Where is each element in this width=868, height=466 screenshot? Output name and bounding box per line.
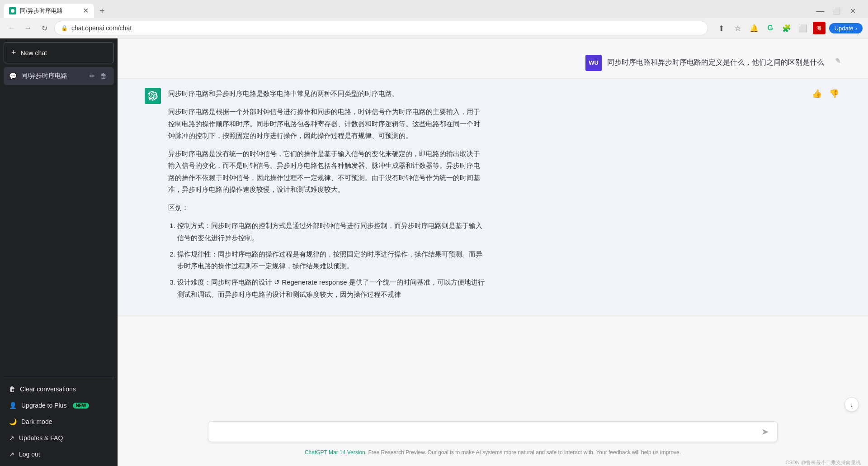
tab-favicon: [9, 7, 16, 14]
footer-text: ChatGPT Mar 14 Version. Free Research Pr…: [118, 447, 868, 459]
dark-mode-label: Dark mode: [21, 418, 52, 425]
assistant-actions: 👍 👎: [810, 88, 841, 100]
browser-sidebar-icon[interactable]: ⬜: [797, 22, 809, 34]
send-icon: ➤: [761, 427, 769, 437]
chat-bubble-icon: 💬: [9, 72, 17, 80]
lock-icon: 🔒: [61, 25, 68, 31]
bookmark-icon[interactable]: ☆: [731, 22, 744, 34]
user-icon: 👤: [9, 402, 17, 409]
user-message-content: WU 同步时序电路和异步时序电路的定义是什么，他们之间的区别是什么: [585, 55, 824, 71]
refresh-button[interactable]: ↻: [38, 22, 51, 34]
trash-icon: 🗑: [9, 385, 15, 393]
sync-description: 同步时序电路是根据一个外部时钟信号进行操作和同步的电路，时钟信号作为时序电路的主…: [168, 106, 485, 142]
delete-chat-button[interactable]: 🗑: [99, 71, 108, 81]
input-area: ➤: [118, 416, 868, 447]
new-chat-button[interactable]: + New chat: [4, 42, 114, 63]
diff-item-1: 控制方式：同步时序电路的控制方式是通过外部时钟信号进行同步控制，而异步时序电路则…: [177, 220, 485, 244]
scroll-down-icon: ↓: [850, 400, 854, 409]
update-button[interactable]: Update ›: [829, 23, 863, 33]
browser-actions: ⬆ ☆ 🔔 G 🧩 ⬜ 海 Update ›: [715, 22, 863, 34]
forward-button[interactable]: →: [22, 22, 34, 34]
translate-icon[interactable]: G: [764, 22, 777, 34]
extensions-icon[interactable]: 🧩: [780, 22, 793, 34]
new-badge: NEW: [73, 403, 89, 409]
user-question-text: 同步时序电路和异步时序电路的定义是什么，他们之间的区别是什么: [607, 55, 824, 68]
url-text: chat.openai.com/chat: [71, 24, 132, 32]
tab-bar: 同/异步时序电路 ✕ + — ⬜ ✕: [0, 0, 868, 18]
thumbs-up-button[interactable]: 👍: [810, 88, 824, 100]
user-message: WU 同步时序电路和异步时序电路的定义是什么，他们之间的区别是什么 ✎: [118, 48, 868, 78]
assistant-content: 同步时序电路和异步时序电路是数字电路中常见的两种不同类型的时序电路。 同步时序电…: [168, 88, 485, 307]
svg-point-0: [11, 9, 14, 13]
tab-close-button[interactable]: ✕: [83, 7, 89, 14]
clear-conversations-label: Clear conversations: [20, 385, 76, 393]
diff-title: 区别：: [168, 202, 485, 214]
user-avatar: WU: [585, 55, 602, 71]
minimize-button[interactable]: —: [814, 5, 826, 17]
chat-item-actions: ✏ 🗑: [88, 71, 108, 81]
openai-avatar: [145, 88, 161, 104]
update-label: Update: [835, 25, 854, 32]
thumbs-down-button[interactable]: 👎: [827, 88, 841, 100]
back-button[interactable]: ←: [5, 22, 18, 34]
log-out-label: Log out: [19, 451, 40, 458]
send-button[interactable]: ➤: [760, 426, 771, 437]
diff-list: 控制方式：同步时序电路的控制方式是通过外部时钟信号进行同步控制，而异步时序电路则…: [177, 220, 485, 300]
maximize-button[interactable]: ⬜: [830, 5, 843, 17]
app: + New chat 💬 同/异步时序电路 ✏ 🗑 🗑 Clear conver…: [0, 38, 868, 466]
edit-message-icon[interactable]: ✎: [835, 57, 841, 65]
edit-chat-button[interactable]: ✏: [88, 71, 97, 81]
assistant-message: 同步时序电路和异步时序电路是数字电路中常见的两种不同类型的时序电路。 同步时序电…: [118, 78, 868, 316]
chatgpt-version-link[interactable]: ChatGPT Mar 14 Version: [305, 449, 365, 456]
address-bar-row: ← → ↻ 🔒 chat.openai.com/chat ⬆ ☆ 🔔 G 🧩 ⬜…: [0, 18, 868, 38]
upgrade-label: Upgrade to Plus: [21, 402, 66, 409]
chat-area: WU 同步时序电路和异步时序电路的定义是什么，他们之间的区别是什么 ✎ 同步时序…: [118, 38, 868, 466]
sidebar-spacer: [4, 86, 114, 377]
chat-history-item[interactable]: 💬 同/异步时序电路 ✏ 🗑: [4, 67, 114, 85]
sidebar: + New chat 💬 同/异步时序电路 ✏ 🗑 🗑 Clear conver…: [0, 38, 118, 466]
diff-item-2: 操作规律性：同步时序电路的操作过程是有规律的，按照固定的时序进行操作，操作结果可…: [177, 248, 485, 272]
logout-icon: ↗: [9, 451, 14, 458]
upgrade-to-plus-button[interactable]: 👤 Upgrade to Plus NEW: [4, 397, 114, 414]
diff-item-3: 设计难度：同步时序电路的设计 ↺ Regenerate response 是供了…: [177, 276, 485, 300]
close-window-button[interactable]: ✕: [846, 5, 859, 17]
updates-faq-button[interactable]: ↗ Updates & FAQ: [4, 430, 114, 446]
scroll-down-button[interactable]: ↓: [844, 397, 859, 412]
async-description: 异步时序电路是没有统一的时钟信号，它们的操作是基于输入信号的变化来确定的，即电路…: [168, 148, 485, 195]
input-box: ➤: [208, 421, 778, 442]
clear-conversations-button[interactable]: 🗑 Clear conversations: [4, 381, 114, 397]
assistant-intro: 同步时序电路和异步时序电路是数字电路中常见的两种不同类型的时序电路。: [168, 88, 485, 100]
bell-icon[interactable]: 🔔: [748, 22, 760, 34]
chat-input[interactable]: [215, 426, 760, 437]
sidebar-bottom: 🗑 Clear conversations 👤 Upgrade to Plus …: [4, 377, 114, 462]
dark-mode-button[interactable]: 🌙 Dark mode: [4, 414, 114, 430]
chat-messages: WU 同步时序电路和异步时序电路的定义是什么，他们之间的区别是什么 ✎ 同步时序…: [118, 38, 868, 416]
chat-item-label: 同/异步时序电路: [21, 72, 83, 80]
updates-faq-label: Updates & FAQ: [19, 434, 63, 442]
new-chat-label: New chat: [21, 49, 47, 57]
address-field[interactable]: 🔒 chat.openai.com/chat: [54, 21, 708, 35]
tab-title: 同/异步时序电路: [20, 7, 79, 15]
plus-icon: +: [11, 48, 16, 57]
footer-right: CSDN @鲁棒最小二乘支持向量机: [118, 459, 868, 466]
share-icon[interactable]: ⬆: [715, 22, 728, 34]
moon-icon: 🌙: [9, 418, 17, 425]
new-tab-button[interactable]: +: [96, 6, 108, 16]
update-arrow: ›: [855, 25, 857, 32]
browser-chrome: 同/异步时序电路 ✕ + — ⬜ ✕ ← → ↻ 🔒 chat.openai.c…: [0, 0, 868, 38]
external-link-icon: ↗: [9, 434, 14, 442]
haiwai-icon[interactable]: 海: [813, 22, 826, 34]
log-out-button[interactable]: ↗ Log out: [4, 446, 114, 462]
active-tab[interactable]: 同/异步时序电路 ✕: [4, 4, 94, 18]
